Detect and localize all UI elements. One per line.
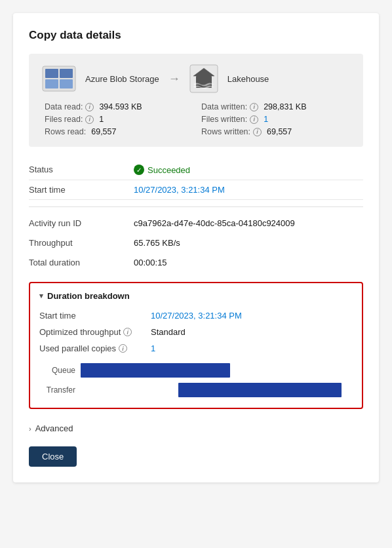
start-time-row: Start time 10/27/2023, 3:21:34 PM [29, 180, 363, 200]
files-read-label: Files read: [45, 115, 83, 124]
rows-written-row: Rows written: i 69,557 [201, 127, 347, 136]
data-read-label: Data read: [45, 102, 83, 111]
svg-rect-2 [60, 69, 73, 78]
status-row: Status ✓ Succeeded [29, 160, 363, 180]
throughput-row: Throughput 65.765 KB/s [29, 233, 363, 253]
files-read-info-icon[interactable]: i [85, 115, 94, 124]
transfer-bar-fill [178, 383, 342, 397]
transfer-bar-track [81, 383, 353, 397]
used-parallel-copies-label: Used parallel copies i [39, 343, 151, 353]
data-written-value: 298,831 KB [264, 102, 306, 111]
duration-start-time-value: 10/27/2023, 3:21:34 PM [151, 311, 242, 321]
files-written-row: Files written: i 1 [201, 115, 347, 124]
duration-start-time-row: Start time 10/27/2023, 3:21:34 PM [39, 307, 353, 324]
transfer-bar-label: Transfer [39, 385, 75, 395]
rows-read-label: Rows read: [45, 127, 86, 136]
files-read-value: 1 [99, 115, 104, 124]
start-time-value: 10/27/2023, 3:21:34 PM [134, 185, 225, 195]
svg-rect-1 [45, 69, 58, 78]
used-parallel-copies-value: 1 [151, 343, 155, 353]
divider-1 [29, 206, 363, 207]
total-duration-value: 00:00:15 [134, 258, 167, 267]
optimized-throughput-label: Optimized throughput i [39, 327, 151, 337]
azure-blob-storage-icon [42, 66, 76, 92]
details-section-2: Activity run ID c9a7962a-d47e-40dc-85ca-… [29, 214, 363, 273]
used-parallel-copies-info-icon[interactable]: i [119, 344, 127, 353]
dest-label: Lakehouse [227, 74, 269, 84]
data-written-info-icon[interactable]: i [250, 103, 258, 111]
details-section: Status ✓ Succeeded Start time 10/27/2023… [29, 160, 363, 200]
activity-run-id-label: Activity run ID [29, 218, 134, 228]
lakehouse-icon [189, 64, 218, 93]
close-button[interactable]: Close [29, 446, 77, 467]
used-parallel-copies-row: Used parallel copies i 1 [39, 340, 353, 357]
optimized-throughput-info-icon[interactable]: i [123, 328, 132, 336]
panel-title: Copy data details [29, 29, 363, 42]
data-read-row: Data read: i 394.593 KB [45, 102, 191, 111]
queue-bar-fill [81, 363, 230, 378]
rows-read-row: Rows read: 69,557 [45, 127, 191, 136]
duration-breakdown-box: ▾ Duration breakdown Start time 10/27/20… [29, 282, 363, 409]
total-duration-label: Total duration [29, 258, 134, 267]
svg-rect-3 [45, 79, 58, 88]
bar-chart: Queue Transfer [39, 363, 353, 397]
status-label: Status [29, 165, 134, 174]
duration-breakdown-header[interactable]: ▾ Duration breakdown [39, 291, 353, 301]
optimized-throughput-value: Standard [151, 327, 186, 337]
rows-written-label: Rows written: [201, 127, 250, 136]
queue-bar-label: Queue [39, 366, 75, 375]
transfer-stats: Data read: i 394.593 KB Data written: i … [42, 102, 350, 136]
queue-bar-row: Queue [39, 363, 353, 378]
svg-rect-4 [60, 79, 73, 88]
optimized-throughput-row: Optimized throughput i Standard [39, 324, 353, 340]
queue-bar-track [81, 363, 353, 378]
data-written-row: Data written: i 298,831 KB [201, 102, 347, 111]
rows-read-value: 69,557 [91, 127, 116, 136]
duration-breakdown-title: Duration breakdown [47, 291, 130, 301]
transfer-box: Azure Blob Storage → Lakehouse Data read… [29, 54, 363, 147]
data-read-info-icon[interactable]: i [85, 103, 94, 111]
check-icon: ✓ [134, 165, 144, 175]
chevron-down-icon: ▾ [39, 292, 43, 300]
total-duration-row: Total duration 00:00:15 [29, 253, 363, 273]
activity-run-id-value: c9a7962a-d47e-40dc-85ca-04180c924009 [134, 218, 295, 228]
status-value: ✓ Succeeded [134, 165, 190, 175]
advanced-label: Advanced [35, 423, 73, 433]
files-written-label: Files written: [201, 115, 247, 124]
copy-data-details-panel: Copy data details Azure Blob Storage → [13, 13, 379, 482]
start-time-label: Start time [29, 185, 134, 195]
data-written-label: Data written: [201, 102, 247, 111]
transfer-bar-row: Transfer [39, 383, 353, 397]
rows-written-value: 69,557 [267, 127, 292, 136]
data-read-value: 394.593 KB [99, 102, 142, 111]
transfer-flow: Azure Blob Storage → Lakehouse [42, 64, 350, 93]
rows-written-info-icon[interactable]: i [253, 128, 262, 136]
throughput-value: 65.765 KB/s [134, 238, 180, 248]
arrow-icon: → [168, 72, 180, 86]
source-label: Azure Blob Storage [85, 74, 159, 84]
duration-start-time-label: Start time [39, 311, 151, 321]
throughput-label: Throughput [29, 238, 134, 248]
activity-run-id-row: Activity run ID c9a7962a-d47e-40dc-85ca-… [29, 214, 363, 233]
chevron-right-icon: › [29, 425, 31, 433]
advanced-section[interactable]: › Advanced [29, 418, 363, 436]
files-written-info-icon[interactable]: i [250, 115, 258, 124]
files-read-row: Files read: i 1 [45, 115, 191, 124]
files-written-value: 1 [264, 115, 268, 124]
